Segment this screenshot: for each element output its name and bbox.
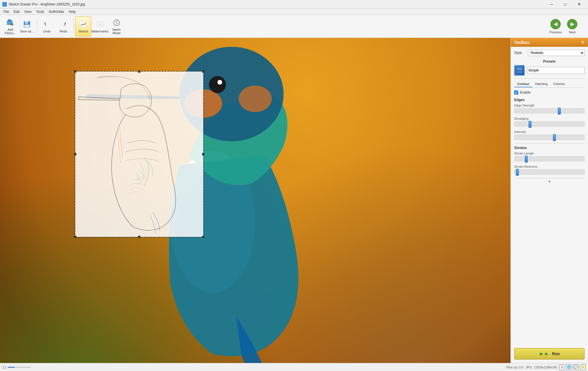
menu-softorbits[interactable]: SoftOrbits bbox=[47, 9, 66, 14]
previous-button[interactable]: ◀ Previous bbox=[548, 16, 563, 36]
maximize-button[interactable]: □ bbox=[559, 0, 572, 9]
run-button[interactable]: ►► Run bbox=[514, 348, 585, 360]
toolbox-body: Style Realistic Presets bbox=[511, 47, 588, 345]
zoom-slider[interactable] bbox=[8, 367, 31, 368]
svg-rect-26 bbox=[517, 71, 522, 73]
handle-top-right[interactable] bbox=[202, 70, 204, 73]
star-icon-button[interactable]: ⭐ bbox=[580, 364, 586, 370]
svg-point-23 bbox=[217, 80, 222, 84]
status-time: Time (s): 0.0 bbox=[506, 366, 523, 369]
status-icons: ℹ 🌐 💬 ⭐ bbox=[559, 364, 586, 370]
zoom-fill bbox=[8, 367, 15, 368]
menu-file[interactable]: File bbox=[1, 9, 11, 14]
intensity-label: Intensity bbox=[514, 130, 585, 134]
batch-mode-label: Batch Mode bbox=[109, 28, 125, 35]
handle-middle-left[interactable] bbox=[74, 153, 76, 155]
menu-tools[interactable]: Tools bbox=[34, 9, 47, 14]
globe-icon-button[interactable]: 🌐 bbox=[566, 364, 572, 370]
divider-3 bbox=[514, 178, 585, 178]
watermarks-label: Watermarks bbox=[92, 30, 109, 33]
previous-label: Previous bbox=[550, 30, 562, 34]
toolbar-sep-1 bbox=[37, 19, 37, 34]
chat-icon-button[interactable]: 💬 bbox=[573, 364, 579, 370]
zoom-ratio: 1:1 bbox=[2, 366, 7, 369]
undo-button[interactable]: Undo bbox=[39, 16, 55, 36]
stroke-length-thumb[interactable] bbox=[525, 156, 528, 163]
presets-select-wrapper: Simple bbox=[527, 67, 585, 74]
window-controls: ─ □ ✕ bbox=[545, 0, 586, 9]
status-dimensions: (1920x1280x24) bbox=[534, 366, 557, 369]
save-icon bbox=[22, 20, 32, 29]
toolbox-close-button[interactable]: ✕ bbox=[581, 40, 585, 45]
batch-mode-button[interactable]: Batch Mode bbox=[109, 16, 125, 36]
watermarks-icon: A bbox=[95, 20, 105, 29]
svg-text:+: + bbox=[11, 23, 13, 26]
toolbox-title: Toolbox bbox=[514, 40, 529, 45]
menu-bar: File Edit View Tools SoftOrbits Help bbox=[0, 9, 588, 15]
watermarks-button[interactable]: A Watermarks bbox=[92, 16, 108, 36]
handle-middle-right[interactable] bbox=[202, 153, 204, 155]
enable-checkbox[interactable] bbox=[514, 90, 518, 94]
handle-top-left[interactable] bbox=[74, 70, 76, 73]
edge-strength-label: Edge Strength bbox=[514, 104, 585, 107]
handle-bottom-left[interactable] bbox=[74, 236, 76, 238]
app-name: Sketch Drawer Pro bbox=[9, 2, 38, 6]
info-icon-button[interactable]: ℹ bbox=[559, 364, 565, 370]
sketch-icon bbox=[79, 20, 88, 29]
title-bar-left: Sketch Drawer Pro - kingfisher-1905255_1… bbox=[2, 2, 85, 7]
handle-top-middle[interactable] bbox=[138, 70, 140, 73]
stroke-thickness-label: Stroke thickness bbox=[514, 165, 585, 168]
edge-strength-slider[interactable] bbox=[514, 108, 585, 113]
tab-colorize[interactable]: Colorize bbox=[550, 81, 568, 87]
enable-label: Enable bbox=[520, 90, 531, 94]
divider-2 bbox=[514, 143, 585, 144]
svg-text:A: A bbox=[99, 23, 101, 26]
save-as-button[interactable]: Save as... bbox=[19, 16, 35, 36]
undo-label: Undo bbox=[43, 30, 51, 33]
nav-buttons: ◀ Previous ▶ Next bbox=[548, 16, 580, 36]
svg-rect-25 bbox=[517, 67, 522, 70]
stroke-thickness-slider[interactable] bbox=[514, 169, 585, 175]
redo-button[interactable]: Redo bbox=[55, 16, 71, 36]
selection-box[interactable] bbox=[75, 71, 204, 237]
style-row: Style Realistic bbox=[514, 50, 585, 56]
stroke-length-group: Stroke Length bbox=[514, 152, 585, 161]
presets-select[interactable]: Simple bbox=[527, 67, 585, 74]
next-button[interactable]: ▶ Next bbox=[564, 16, 580, 36]
menu-help[interactable]: Help bbox=[66, 9, 78, 14]
handle-bottom-middle[interactable] bbox=[138, 236, 140, 238]
handle-bottom-right[interactable] bbox=[202, 236, 204, 238]
canvas-area[interactable] bbox=[0, 38, 510, 363]
run-arrow-icon: ►► bbox=[539, 351, 549, 357]
menu-edit[interactable]: Edit bbox=[11, 9, 22, 14]
presets-header: Presets bbox=[514, 59, 585, 63]
stroke-thickness-thumb[interactable] bbox=[516, 169, 519, 176]
toolbox-header: Toolbox ✕ bbox=[511, 38, 588, 47]
status-format: JPG bbox=[526, 366, 532, 369]
sketch-button[interactable]: Sketch bbox=[75, 16, 91, 36]
presets-icon bbox=[514, 65, 525, 76]
svg-point-22 bbox=[209, 76, 226, 93]
stroke-length-slider[interactable] bbox=[514, 156, 585, 161]
toolbar: + Add File(s)... Save as... Undo bbox=[0, 15, 588, 38]
status-bar: 1:1 Time (s): 0.0 JPG (1920x1280x24) ℹ 🌐… bbox=[0, 363, 588, 371]
title-text: Sketch Drawer Pro - kingfisher-1905255_1… bbox=[9, 2, 85, 6]
tab-contour[interactable]: Contour bbox=[514, 81, 532, 87]
intensity-slider[interactable] bbox=[514, 135, 585, 140]
svg-rect-5 bbox=[25, 21, 28, 24]
minimize-button[interactable]: ─ bbox=[545, 0, 558, 9]
strokes-section-header: Strokes bbox=[514, 146, 585, 150]
tabs-row: Contour Hatching Colorize bbox=[514, 81, 585, 88]
smudging-thumb[interactable] bbox=[529, 121, 531, 128]
edge-strength-thumb[interactable] bbox=[558, 108, 561, 115]
intensity-thumb[interactable] bbox=[553, 134, 556, 141]
tab-hatching[interactable]: Hatching bbox=[532, 81, 550, 87]
add-files-button[interactable]: + Add File(s)... bbox=[2, 16, 18, 36]
status-info: Time (s): 0.0 JPG (1920x1280x24) ℹ 🌐 💬 ⭐ bbox=[506, 364, 586, 370]
style-select[interactable]: Realistic bbox=[528, 50, 585, 56]
next-label: Next bbox=[569, 30, 576, 34]
smudging-slider[interactable] bbox=[514, 121, 585, 127]
menu-view[interactable]: View bbox=[22, 9, 34, 14]
stroke-thickness-group: Stroke thickness bbox=[514, 165, 585, 175]
close-button[interactable]: ✕ bbox=[572, 0, 586, 9]
